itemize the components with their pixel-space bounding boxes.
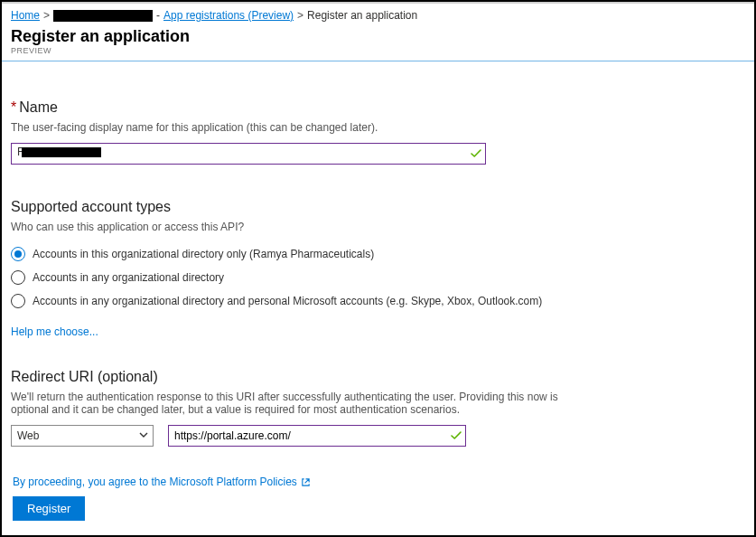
radio-label: Accounts in any organizational directory…	[33, 295, 542, 307]
name-input[interactable]: F	[11, 143, 486, 165]
breadcrumb-current: Register an application	[307, 9, 417, 22]
radio-icon	[11, 247, 25, 261]
breadcrumb-home[interactable]: Home	[11, 9, 40, 22]
page-title: Register an application	[11, 27, 745, 46]
page-header: Register an application PREVIEW	[2, 25, 754, 61]
radio-icon	[11, 294, 25, 308]
account-types-radio-group: Accounts in this organizational director…	[11, 242, 745, 313]
radio-icon	[11, 270, 25, 285]
chevron-down-icon	[138, 429, 149, 443]
radio-org-only[interactable]: Accounts in this organizational director…	[11, 242, 745, 266]
help-me-choose-link[interactable]: Help me choose...	[11, 325, 98, 338]
external-link-icon	[301, 476, 311, 488]
radio-label: Accounts in any organizational directory	[33, 271, 224, 284]
chevron-right-icon: >	[43, 9, 50, 22]
breadcrumb: Home > - App registrations (Preview) > R…	[2, 2, 754, 25]
platform-policies-link[interactable]: By proceeding, you agree to the Microsof…	[13, 476, 311, 488]
preview-badge: PREVIEW	[11, 46, 745, 55]
radio-any-org[interactable]: Accounts in any organizational directory	[11, 266, 745, 289]
name-input-redacted	[22, 147, 101, 157]
redirect-uri-desc: We'll return the authentication response…	[11, 391, 571, 416]
name-label: *Name	[11, 99, 745, 116]
radio-label: Accounts in this organizational director…	[33, 248, 374, 260]
breadcrumb-appreg[interactable]: App registrations (Preview)	[163, 9, 294, 22]
name-desc: The user-facing display name for this ap…	[11, 121, 745, 134]
select-value: Web	[17, 429, 39, 442]
register-button[interactable]: Register	[13, 496, 85, 521]
radio-any-org-personal[interactable]: Accounts in any organizational directory…	[11, 289, 745, 313]
chevron-right-icon: >	[297, 9, 303, 22]
redirect-uri-title: Redirect URI (optional)	[11, 369, 745, 385]
account-types-title: Supported account types	[11, 199, 745, 215]
breadcrumb-dash: -	[156, 9, 160, 22]
breadcrumb-redacted	[53, 10, 153, 22]
divider	[2, 61, 754, 61]
redirect-platform-select[interactable]: Web	[11, 425, 154, 447]
checkmark-icon	[471, 148, 481, 159]
checkmark-icon	[451, 430, 462, 441]
redirect-uri-input[interactable]	[168, 425, 466, 447]
required-star: *	[11, 99, 16, 115]
account-types-desc: Who can use this application or access t…	[11, 221, 745, 233]
